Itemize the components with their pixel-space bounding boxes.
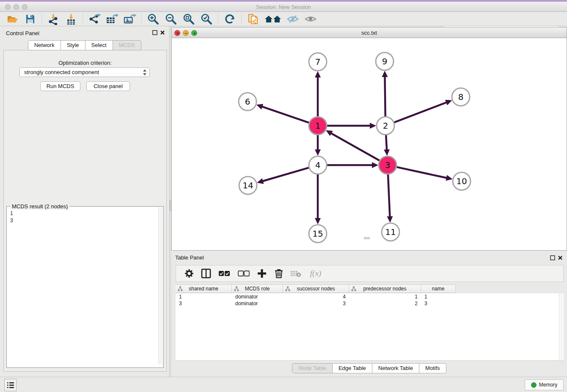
- tab-select[interactable]: Select: [85, 40, 113, 50]
- edge-2-8[interactable]: [394, 102, 447, 122]
- import-network-button[interactable]: [47, 13, 60, 25]
- zoom-fit-icon: [183, 13, 195, 25]
- column-header-mcds-role[interactable]: MCDS role: [232, 285, 283, 293]
- export-network-button[interactable]: [88, 13, 101, 25]
- table-cell-successor_nodes[interactable]: 3: [283, 300, 349, 307]
- table-cell-shared_name[interactable]: 3: [176, 300, 232, 307]
- table-panel-title: Table Panel: [171, 254, 204, 261]
- table-row[interactable]: 1dominator411: [176, 293, 564, 300]
- edge-arrowhead: [384, 149, 390, 156]
- control-panel-title: Control Panel: [0, 30, 39, 36]
- zoom-in-button[interactable]: [147, 13, 160, 25]
- select-all-columns-button[interactable]: [217, 268, 231, 279]
- tab-edge-table[interactable]: Edge Table: [333, 363, 372, 373]
- float-panel-icon[interactable]: [152, 30, 157, 35]
- close-panel-button[interactable]: Close panel: [86, 81, 130, 91]
- create-column-button[interactable]: [256, 268, 267, 279]
- save-session-button[interactable]: [24, 13, 36, 25]
- table-cell-successor_nodes[interactable]: 4: [283, 293, 349, 300]
- tab-style[interactable]: Style: [61, 40, 85, 50]
- control-panel-tabs: Network Style Select MCDS: [0, 40, 169, 50]
- tree-icon: [234, 286, 239, 291]
- network-table-splitter-handle[interactable]: [364, 237, 370, 239]
- tab-motifs[interactable]: Motifs: [419, 363, 446, 373]
- home-button[interactable]: [264, 13, 281, 25]
- float-table-panel-icon[interactable]: [550, 255, 555, 260]
- hide-panel-button[interactable]: [286, 13, 299, 25]
- edge-3-1[interactable]: [330, 133, 379, 160]
- column-header-shared-name[interactable]: shared name: [176, 285, 232, 293]
- network-window-titlebar[interactable]: scc.txt: [171, 27, 567, 38]
- delete-table-icon: [290, 270, 301, 277]
- function-builder-button[interactable]: f(x): [307, 268, 324, 279]
- memory-button[interactable]: Memory: [525, 379, 564, 390]
- tab-network[interactable]: Network: [28, 40, 61, 50]
- network-window: scc.txt 1234678910111415: [171, 26, 567, 251]
- delete-column-button[interactable]: [273, 268, 284, 279]
- tab-node-table[interactable]: Node Table: [292, 363, 333, 373]
- edge-3-11[interactable]: [388, 174, 390, 217]
- close-panel-icon[interactable]: [160, 30, 165, 35]
- node-label-3: 3: [385, 160, 391, 170]
- run-mcds-button[interactable]: Run MCDS: [40, 81, 80, 91]
- edge-arrowhead: [256, 104, 263, 109]
- node-label-4: 4: [315, 160, 321, 170]
- clone-network-button[interactable]: [247, 13, 259, 25]
- edge-2-3[interactable]: [386, 135, 387, 150]
- column-header-name[interactable]: name: [421, 285, 456, 293]
- edge-2-9[interactable]: [385, 76, 385, 116]
- table-settings-button[interactable]: [184, 268, 195, 279]
- table-cell-predecessor_nodes[interactable]: 2: [349, 300, 421, 307]
- table-row[interactable]: 3dominator323: [176, 300, 564, 307]
- column-header-predecessor-nodes[interactable]: predecessor nodes: [349, 285, 421, 293]
- export-image-button[interactable]: [124, 13, 136, 25]
- edge-3-10[interactable]: [396, 167, 447, 178]
- zoom-selected-button[interactable]: [200, 13, 213, 25]
- table-cell-mcds_role[interactable]: dominator: [232, 293, 283, 300]
- edge-arrowhead: [257, 178, 264, 184]
- table-cell-name[interactable]: 1: [421, 293, 456, 300]
- column-label: MCDS role: [245, 286, 270, 292]
- import-table-button[interactable]: [65, 13, 77, 25]
- network-canvas[interactable]: 1234678910111415: [171, 38, 567, 251]
- toolbar-separator: [218, 13, 218, 25]
- zoom-out-icon: [165, 13, 177, 25]
- tab-mcds[interactable]: MCDS: [113, 40, 141, 50]
- table-scrollbar[interactable]: [559, 293, 563, 360]
- zoom-out-button[interactable]: [165, 13, 177, 25]
- mcds-result-title: MCDS result (2 nodes): [10, 203, 69, 210]
- open-folder-icon: [7, 14, 18, 25]
- plus-icon: [257, 269, 267, 278]
- table-cell-mcds_role[interactable]: dominator: [232, 300, 283, 307]
- optimization-criterion-label: Optimization criterion:: [4, 60, 166, 66]
- refresh-layout-button[interactable]: [223, 13, 236, 25]
- zoom-fit-button[interactable]: [182, 13, 195, 25]
- column-label: shared name: [189, 286, 218, 292]
- network-graph[interactable]: 1234678910111415: [172, 38, 567, 250]
- unselect-all-columns-button[interactable]: [237, 268, 250, 279]
- edge-4-14[interactable]: [262, 168, 309, 181]
- edge-1-6[interactable]: [261, 106, 309, 122]
- task-history-button[interactable]: [4, 379, 17, 391]
- fx-icon: f(x): [310, 269, 321, 278]
- tree-icon: [178, 286, 183, 291]
- table-cell-predecessor_nodes[interactable]: 1: [349, 293, 421, 300]
- show-columns-button[interactable]: [201, 268, 212, 279]
- criterion-select[interactable]: strongly connected component: [19, 67, 150, 77]
- table-cell-name[interactable]: 3: [421, 300, 456, 307]
- close-table-panel-icon[interactable]: [558, 255, 563, 260]
- delete-table-button[interactable]: [290, 268, 301, 279]
- table-cell-shared_name[interactable]: 1: [176, 293, 232, 300]
- export-table-button[interactable]: [106, 13, 118, 25]
- column-header-successor-nodes[interactable]: successor nodes: [283, 285, 349, 293]
- tab-network-table[interactable]: Network Table: [372, 363, 419, 373]
- checked-boxes-icon: [218, 271, 230, 276]
- result-scrollbar[interactable]: [158, 207, 163, 364]
- show-panel-button[interactable]: [304, 13, 317, 25]
- column-label: successor nodes: [297, 286, 335, 292]
- refresh-icon: [224, 13, 236, 25]
- tree-icon: [285, 286, 290, 291]
- criterion-value: strongly connected component: [24, 69, 99, 75]
- open-session-button[interactable]: [6, 13, 19, 25]
- toolbar-separator: [141, 13, 142, 25]
